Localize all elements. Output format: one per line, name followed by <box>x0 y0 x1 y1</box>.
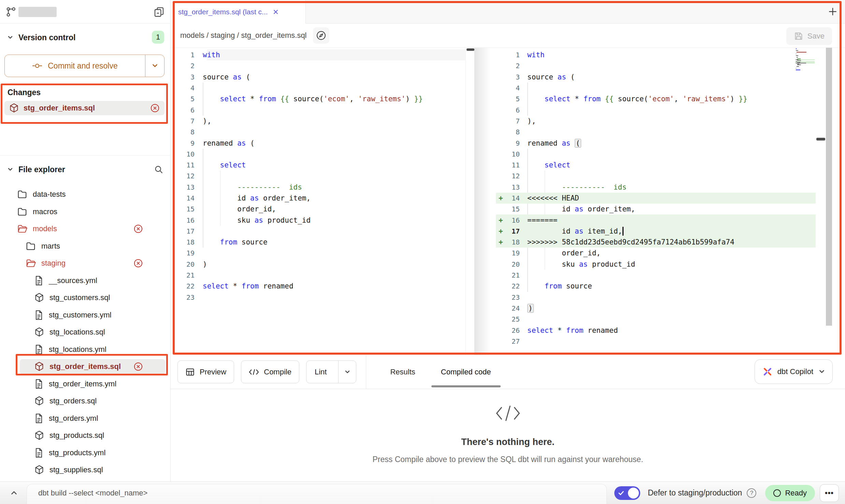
revert-x-circle-icon[interactable] <box>133 362 143 371</box>
revert-x-circle-icon[interactable] <box>133 224 143 234</box>
version-control-section-header[interactable]: Version control 1 <box>0 30 170 45</box>
file-item-stg-orders-sql[interactable]: stg_orders.sql <box>0 392 170 410</box>
code-line-24[interactable]: 24) <box>496 303 831 314</box>
code-line-8[interactable]: 8 <box>496 127 831 137</box>
code-line-22[interactable]: 22select * from renamed <box>171 281 474 292</box>
code-line-9[interactable]: 9renamed as ( <box>496 137 831 148</box>
file-item-stg-orders-yml[interactable]: stg_orders.yml <box>0 410 170 427</box>
tab-stg-order-items[interactable]: stg_order_items.sql (last c... <box>171 0 306 24</box>
tab-results[interactable]: Results <box>390 355 415 389</box>
file-item-stg-locations-yml[interactable]: stg_locations.yml <box>0 341 170 358</box>
code-line-12[interactable]: 12 <box>496 171 831 181</box>
right-pane-scrollbar-thumb[interactable] <box>816 138 825 140</box>
new-tab-plus-icon[interactable] <box>827 6 838 17</box>
code-line-19[interactable]: 19 order_id, <box>496 248 831 258</box>
left-pane-scrollbar-thumb[interactable] <box>467 48 474 51</box>
tab-compiled-code[interactable]: Compiled code <box>441 355 491 389</box>
code-line-11[interactable]: 11 select <box>496 160 831 171</box>
code-line-4[interactable]: 4 <box>496 83 831 93</box>
code-line-2[interactable]: 2 <box>171 60 474 71</box>
code-line-27[interactable]: 27 <box>496 336 831 347</box>
code-line-3[interactable]: 3source as ( <box>496 72 831 83</box>
code-line-12[interactable]: 12 <box>171 171 474 181</box>
file-item-staging[interactable]: staging <box>0 255 170 272</box>
code-line-10[interactable]: 10 <box>171 149 474 160</box>
commit-options-dropdown[interactable] <box>145 55 164 77</box>
command-input[interactable]: dbt build --select <model_name> <box>38 489 614 498</box>
code-line-1[interactable]: 1with <box>496 49 831 60</box>
code-line-21[interactable]: 21 <box>496 270 831 281</box>
file-search-icon[interactable] <box>154 165 163 174</box>
file-explorer-section-header[interactable]: File explorer <box>0 162 170 177</box>
file-item-data-tests[interactable]: data-tests <box>0 186 170 203</box>
code-line-7[interactable]: 7), <box>171 116 474 127</box>
revert-x-circle-icon[interactable] <box>133 258 143 268</box>
code-line-6[interactable]: 6 <box>171 104 474 115</box>
file-item-stg-order-items-sql[interactable]: stg_order_items.sql <box>0 358 170 375</box>
code-line-16[interactable]: 16 sku as product_id <box>171 214 474 225</box>
revert-x-circle-icon[interactable] <box>150 103 160 113</box>
code-line-23[interactable]: 23 <box>496 292 831 303</box>
expand-caret-icon[interactable] <box>10 489 18 498</box>
file-item-stg-order-items-yml[interactable]: stg_order_items.yml <box>0 375 170 393</box>
git-branch-icon[interactable] <box>5 6 17 19</box>
code-line-9[interactable]: 9renamed as ( <box>171 137 474 148</box>
file-item-stg-products-sql[interactable]: stg_products.sql <box>0 427 170 444</box>
code-line-14[interactable]: 14 id as order_item, <box>171 193 474 204</box>
code-line-23[interactable]: 23 <box>171 292 474 303</box>
dbt-copilot-button[interactable]: dbt Copilot <box>755 359 833 384</box>
file-item-models[interactable]: models <box>0 220 170 238</box>
save-button[interactable]: Save <box>786 27 832 45</box>
editor-pane-modified[interactable]: 1with23source as (45 select * from {{ so… <box>496 48 831 355</box>
code-line-20[interactable]: 20 sku as product_id <box>496 259 831 270</box>
code-line-13[interactable]: 13 ---------- ids <box>171 182 474 193</box>
right-pane-scrollbar[interactable] <box>816 48 826 355</box>
code-line-25[interactable]: 25 <box>496 314 831 325</box>
compile-button[interactable]: Compile <box>241 360 299 383</box>
code-line-15[interactable]: 15 order_id, <box>171 204 474 214</box>
defer-toggle[interactable] <box>614 486 640 500</box>
code-line-7[interactable]: 7), <box>496 116 831 127</box>
code-line-14[interactable]: +14<<<<<<< HEAD <box>496 193 831 204</box>
code-line-21[interactable]: 21 <box>171 270 474 281</box>
code-line-10[interactable]: 10 <box>496 149 831 160</box>
minimap[interactable] <box>795 48 815 71</box>
copy-docs-icon[interactable] <box>154 6 164 20</box>
file-item-stg-customers-yml[interactable]: stg_customers.yml <box>0 307 170 324</box>
file-item-macros[interactable]: macros <box>0 203 170 221</box>
code-line-17[interactable]: +17 id as item_id, <box>496 226 831 237</box>
editor-scrollbar-strip[interactable] <box>826 48 832 326</box>
code-line-22[interactable]: 22 from source <box>496 281 831 292</box>
code-line-1[interactable]: 1with <box>171 49 474 60</box>
code-line-5[interactable]: 5 select * from {{ source('ecom', 'raw_i… <box>171 93 474 104</box>
file-item-stg-products-yml[interactable]: stg_products.yml <box>0 444 170 462</box>
code-line-2[interactable]: 2 <box>496 60 831 71</box>
code-line-4[interactable]: 4 <box>171 83 474 93</box>
code-line-13[interactable]: 13 ---------- ids <box>496 182 831 193</box>
code-line-16[interactable]: +16======= <box>496 214 831 225</box>
left-pane-scrollbar[interactable] <box>466 48 474 355</box>
more-options-button[interactable]: ••• <box>820 484 839 502</box>
file-item-stg-locations-sql[interactable]: stg_locations.sql <box>0 324 170 341</box>
file-item-stg-customers-sql[interactable]: stg_customers.sql <box>0 289 170 307</box>
code-line-6[interactable]: 6 <box>496 104 831 115</box>
code-line-15[interactable]: 15 id as order_item, <box>496 204 831 214</box>
code-line-19[interactable]: 19 <box>171 248 474 258</box>
file-item--sources-yml[interactable]: __sources.yml <box>0 272 170 290</box>
code-line-26[interactable]: 26select * from renamed <box>496 325 831 336</box>
lint-dropdown[interactable] <box>338 361 356 383</box>
help-icon[interactable]: ? <box>747 488 756 498</box>
lineage-compass-button[interactable] <box>313 27 329 44</box>
file-item-stg-supplies-sql[interactable]: stg_supplies.sql <box>0 461 170 479</box>
commit-and-resolve-button[interactable]: Commit and resolve <box>4 55 164 77</box>
code-line-18[interactable]: +18>>>>>>> 58c1dd23d5eebd9cd2495fa7124ab… <box>496 237 831 248</box>
diff-editor[interactable]: 1with23source as (45 select * from {{ so… <box>171 48 845 355</box>
file-item-marts[interactable]: marts <box>0 238 170 255</box>
changed-file-row[interactable]: stg_order_items.sql <box>4 101 164 115</box>
code-line-5[interactable]: 5 select * from {{ source('ecom', 'raw_i… <box>496 93 831 104</box>
lint-button[interactable]: Lint <box>306 360 356 383</box>
editor-pane-original[interactable]: 1with23source as (45 select * from {{ so… <box>171 48 474 355</box>
code-line-8[interactable]: 8 <box>171 127 474 137</box>
code-line-18[interactable]: 18 from source <box>171 237 474 248</box>
close-tab-icon[interactable] <box>272 8 280 16</box>
